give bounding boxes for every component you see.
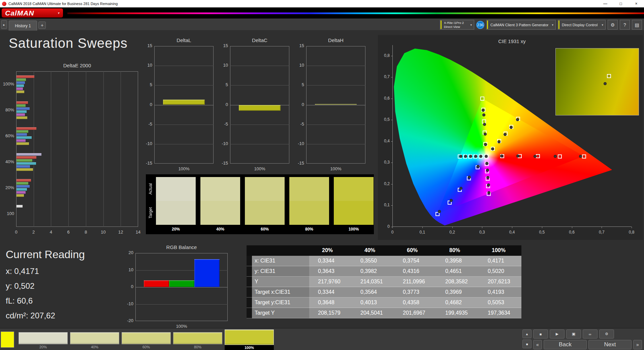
- meter-count-badge: 236: [476, 21, 484, 29]
- calman-logo-text: CalMAN: [5, 9, 34, 17]
- cie-measured-marker: [487, 183, 490, 186]
- row-accent: [247, 287, 252, 298]
- patch-window-button[interactable]: ■: [522, 340, 532, 348]
- cie-target-marker: [607, 74, 611, 78]
- row-label: Target Y: [252, 308, 309, 318]
- tab-scroll-button[interactable]: ▸: [1, 20, 7, 29]
- table-row: Target x:CIE310,33440,35640,37730,39690,…: [247, 287, 521, 298]
- stop-button[interactable]: ■: [533, 329, 548, 339]
- panel-options-button[interactable]: ▤: [632, 20, 642, 30]
- meter-device-dropdown[interactable]: X-Rite i1Pro 2 Direct View ▾: [440, 20, 474, 30]
- gridline: [135, 304, 228, 305]
- cie-measured-marker: [497, 140, 501, 143]
- table-cell: 0,4358: [394, 298, 437, 308]
- minimize-button[interactable]: —: [598, 0, 613, 7]
- close-button[interactable]: ×: [629, 0, 644, 7]
- row-accent: [247, 308, 252, 318]
- main-content: Saturation Sweeps DeltaE 200002468101214…: [0, 0, 644, 350]
- play-button[interactable]: ▶: [550, 329, 565, 339]
- row-accent: [247, 266, 252, 277]
- continuous-read-button[interactable]: ∞: [583, 329, 598, 339]
- meter-status-indicator: [441, 21, 442, 29]
- row-label: x: CIE31: [252, 256, 309, 266]
- table-cell: 208,1579: [309, 308, 352, 318]
- column-header: 40%: [352, 245, 394, 256]
- patch-bar: 20%40%60%80%100% ▲ ■ ■ ▶ ▣ ∞ ⚙ « Back Ne…: [0, 328, 644, 350]
- y-tick-label: 20: [120, 250, 133, 255]
- cie-measured-marker: [516, 118, 519, 121]
- patch-color: [19, 332, 68, 344]
- cie-measured-marker: [484, 143, 487, 146]
- table-cell: 0,3643: [309, 266, 352, 277]
- table-cell: 0,3982: [352, 266, 394, 277]
- cie-measured-marker: [534, 155, 537, 158]
- table-cell: 0,4171: [479, 256, 521, 266]
- table-row: Target y:CIE310,36480,40130,43580,46820,…: [247, 298, 521, 308]
- table-cell: 0,4316: [394, 266, 437, 277]
- table-cell: 0,3648: [309, 298, 352, 308]
- patch-swatch-60%[interactable]: 60%: [122, 329, 171, 350]
- table-header-row: 20%40%60%80%100%: [247, 245, 521, 256]
- table-cell: 0,3958: [437, 256, 479, 266]
- table-cell: 0,3773: [394, 287, 437, 298]
- patch-swatch-80%[interactable]: 80%: [173, 329, 222, 350]
- back-button[interactable]: Back: [544, 340, 587, 349]
- transport-controls: ▲ ■ ■ ▶ ▣ ∞ ⚙ « Back Next »: [522, 329, 642, 350]
- cie-measured-marker: [459, 155, 462, 158]
- patch-label: 40%: [70, 345, 119, 349]
- cie-measured-marker: [504, 133, 507, 136]
- settings-button[interactable]: ⚙: [608, 20, 618, 30]
- cie-measured-marker: [485, 162, 488, 165]
- patch-label: 60%: [122, 345, 171, 349]
- table-cell: 207,6213: [479, 277, 521, 287]
- chevron-down-icon: ▾: [550, 23, 553, 27]
- table-cell: 0,3344: [309, 287, 352, 298]
- cie-measured-marker: [477, 165, 480, 168]
- capture-button[interactable]: ▣: [566, 329, 581, 339]
- patch-window-up-button[interactable]: ▲: [522, 329, 532, 338]
- pattern-status-indicator: [487, 21, 488, 29]
- calman-logo-menu[interactable]: CalMAN ▾: [2, 8, 63, 18]
- add-tab-button[interactable]: +: [38, 22, 46, 29]
- cie-target-marker: [558, 154, 562, 159]
- gridline: [135, 287, 228, 287]
- cie-target-marker: [480, 97, 484, 101]
- help-button[interactable]: ?: [620, 20, 630, 30]
- rgb-bar: [169, 280, 194, 287]
- skip-back-icon[interactable]: «: [533, 340, 542, 349]
- chevron-down-icon: ▾: [56, 11, 60, 15]
- next-button[interactable]: Next: [588, 340, 632, 349]
- read-options-button[interactable]: ⚙: [599, 329, 614, 339]
- patch-swatch-100%[interactable]: 100%: [225, 329, 274, 350]
- cie-measured-marker: [484, 133, 487, 136]
- chevron-down-icon: ▾: [600, 23, 603, 27]
- table-corner: [247, 245, 252, 256]
- table-corner: [252, 245, 309, 256]
- skip-forward-icon[interactable]: »: [633, 340, 642, 349]
- y-tick-label: -20: [120, 318, 133, 323]
- display-control-dropdown[interactable]: Direct Display Control ▾: [558, 20, 606, 30]
- patch-swatch-40%[interactable]: 40%: [70, 329, 119, 350]
- window-controls: — □ ×: [598, 0, 644, 7]
- window-title: CalMAN 2018 CalMAN Ultimate for Business…: [8, 2, 118, 6]
- y-tick-label: 10: [120, 267, 133, 272]
- column-header: 80%: [437, 245, 479, 256]
- patch-label: 20%: [19, 345, 68, 349]
- cie-target-marker: [582, 154, 586, 159]
- pattern-generator-label: CalMAN Client 3 Pattern Generator: [490, 23, 548, 27]
- cie-zoom-inset: [555, 48, 639, 115]
- cie-measured-marker: [510, 126, 513, 129]
- pattern-generator-dropdown[interactable]: CalMAN Client 3 Pattern Generator ▾: [486, 20, 556, 30]
- table-cell: 0,5020: [479, 266, 521, 277]
- patch-swatch-20%[interactable]: 20%: [19, 329, 68, 350]
- row-accent: [247, 277, 252, 287]
- table-row: Target Y208,1579204,5041201,6967199,4935…: [247, 308, 521, 318]
- column-header: 20%: [309, 245, 352, 256]
- column-header: 60%: [394, 245, 437, 256]
- table-row: Y217,9760214,0351211,0996208,3582207,621…: [247, 277, 521, 287]
- cie-target-marker: [536, 154, 540, 158]
- rgb-bar: [144, 280, 169, 287]
- column-header: 100%: [479, 245, 521, 256]
- tab-history-1[interactable]: History 1: [9, 21, 37, 31]
- maximize-button[interactable]: □: [613, 0, 629, 7]
